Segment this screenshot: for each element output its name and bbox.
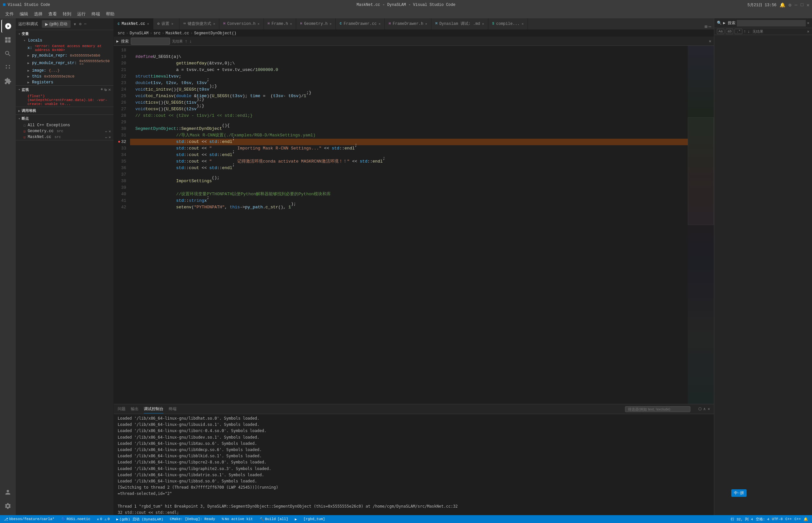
bp-edit-icon[interactable]: ✏ bbox=[105, 129, 108, 133]
tab-frame-h[interactable]: H Frame.h ✕ bbox=[264, 18, 296, 30]
status-encoding[interactable]: UTF-8 bbox=[771, 517, 784, 521]
find-input[interactable] bbox=[131, 38, 170, 45]
activity-search[interactable] bbox=[1, 47, 14, 60]
status-debug-thread[interactable]: [rgbd_tum] bbox=[302, 515, 326, 523]
find-close-btn[interactable]: ✕ bbox=[709, 39, 711, 44]
status-spaces[interactable]: 空格: 4 bbox=[754, 517, 771, 522]
bc-src2[interactable]: src bbox=[154, 31, 161, 36]
panel-tab-terminal[interactable]: 终端 bbox=[169, 405, 176, 413]
activity-account[interactable] bbox=[1, 486, 14, 499]
menu-run[interactable]: 运行 bbox=[75, 11, 88, 18]
panel-maximize-icon[interactable]: ⬡ bbox=[698, 407, 701, 412]
panel-tab-debug[interactable]: 调试控制台 bbox=[144, 405, 164, 413]
menu-file[interactable]: 文件 bbox=[3, 11, 16, 18]
match-case-icon[interactable]: Aa bbox=[717, 29, 724, 34]
checkbox-icon[interactable]: ☐ bbox=[23, 123, 26, 128]
minimap-viewport[interactable] bbox=[688, 118, 714, 225]
menu-select[interactable]: 选择 bbox=[31, 11, 45, 18]
menu-terminal[interactable]: 终端 bbox=[89, 11, 102, 18]
tab-keyboard[interactable]: ⌨ 键盘快捷方式 ✕ bbox=[180, 18, 219, 30]
tab-settings[interactable]: ⚙ 设置 ✕ bbox=[153, 18, 180, 30]
tab-close-icon8[interactable]: ✕ bbox=[425, 22, 427, 26]
settings-icon[interactable]: ⚙ bbox=[789, 2, 791, 8]
tab-close-icon9[interactable]: ✕ bbox=[482, 22, 484, 26]
start-debug-btn[interactable]: ▶ (gdb) 启动 bbox=[42, 20, 71, 28]
bc-masknet[interactable]: MaskNet.cc bbox=[165, 31, 189, 36]
bc-func[interactable]: SegmentDynObject() bbox=[194, 31, 237, 36]
bp-masknet[interactable]: ☑ MaskNet.cc src ✏ ✕ bbox=[16, 134, 113, 140]
more-tabs-icon[interactable]: ⋯ bbox=[709, 24, 711, 30]
status-cpp[interactable]: C++ bbox=[793, 517, 802, 521]
bp-geometry[interactable]: ☑ Geometry.cc src ✏ ✕ bbox=[16, 128, 113, 134]
call-stack-header[interactable]: ▶ 调用堆栈 bbox=[16, 107, 113, 114]
debug-more-icon[interactable]: ⋯ bbox=[84, 22, 86, 26]
panel-filter-input[interactable] bbox=[625, 406, 691, 412]
find-nav-down[interactable]: ↓ bbox=[189, 39, 192, 44]
close-btn[interactable]: ✕ bbox=[807, 2, 809, 8]
locals-item[interactable]: ▾ Locals bbox=[16, 38, 113, 43]
activity-extensions[interactable] bbox=[1, 75, 14, 88]
panel-close-icon[interactable]: ✕ bbox=[708, 407, 710, 412]
tab-close-icon5[interactable]: ✕ bbox=[290, 22, 292, 26]
var-py-repr-str[interactable]: ▶ py_module_repr_str: 0x5555555e5c50 "" bbox=[16, 58, 113, 68]
watch-header[interactable]: ▾ 监视 + ↻ ✕ bbox=[16, 86, 113, 93]
registers-item[interactable]: ▶ Registers bbox=[16, 79, 113, 85]
watch-item-1[interactable]: (float*)(matDepthCurrentFrame.data).18: … bbox=[16, 93, 113, 107]
notification-icon[interactable]: 🔔 bbox=[780, 2, 785, 8]
watch-remove-icon[interactable]: ✕ bbox=[108, 87, 111, 92]
nav-down-icon[interactable]: ↓ bbox=[747, 29, 750, 34]
tab-masknet-cc[interactable]: C MaskNet.cc ✕ bbox=[114, 18, 153, 30]
status-build[interactable]: 🔨 Build [all] bbox=[258, 515, 290, 523]
find-nav-up[interactable]: ↑ bbox=[185, 39, 187, 44]
bc-dynaslam[interactable]: DynaSLAM bbox=[130, 31, 149, 36]
split-editor-icon[interactable]: ⊞ bbox=[704, 24, 707, 30]
tab-close-icon4[interactable]: ✕ bbox=[258, 22, 260, 26]
var-image[interactable]: ▶ image: {...} bbox=[16, 68, 113, 74]
panel-tab-output[interactable]: 输出 bbox=[131, 405, 138, 413]
maximize-btn[interactable]: □ bbox=[800, 2, 803, 7]
var-this[interactable]: ▶ this 0x5555555e26c0 bbox=[16, 74, 113, 79]
status-no-active-kit[interactable]: % No active kit bbox=[220, 515, 254, 523]
menu-edit[interactable]: 编辑 bbox=[17, 11, 31, 18]
whole-word-icon[interactable]: ab bbox=[726, 29, 733, 34]
tab-close-icon6[interactable]: ✕ bbox=[329, 22, 332, 26]
bc-src[interactable]: src bbox=[118, 31, 125, 36]
menu-help[interactable]: 帮助 bbox=[103, 11, 117, 18]
panel-content[interactable]: Loaded '/lib/x86_64-linux-gnu/libdhat.so… bbox=[114, 414, 714, 515]
bp-all-exceptions[interactable]: ☐ All C++ Exceptions bbox=[16, 122, 113, 128]
checkbox-checked-icon[interactable]: ☑ bbox=[23, 129, 26, 133]
tab-framedrawer-h[interactable]: H FrameDrawer.h ✕ bbox=[385, 18, 432, 30]
rp-search-input[interactable] bbox=[737, 20, 806, 26]
status-line-col[interactable]: 行 32, 列 4 bbox=[729, 517, 754, 522]
tab-close-icon7[interactable]: ✕ bbox=[379, 22, 380, 26]
activity-explorer[interactable] bbox=[1, 33, 14, 47]
tab-framedrawer-cc[interactable]: C FrameDrawer.cc ✕ bbox=[336, 18, 385, 30]
status-git[interactable]: ⎇ bbesos/feature/carla* bbox=[3, 515, 56, 523]
menu-view[interactable]: 查看 bbox=[46, 11, 59, 18]
variables-header[interactable]: ▾ 变量 bbox=[16, 30, 113, 38]
checkbox-checked-icon2[interactable]: ☑ bbox=[23, 135, 26, 139]
status-play[interactable]: ▶ bbox=[294, 515, 299, 523]
activity-scm[interactable] bbox=[1, 61, 14, 74]
status-debug-session[interactable]: ▶ (gdb) 启动 (DynaSLAM) bbox=[115, 515, 165, 523]
breakpoints-header[interactable]: ▾ 断点 bbox=[16, 115, 113, 122]
debug-config-btn[interactable]: ▾ bbox=[73, 21, 76, 28]
tab-conversion-h[interactable]: H Conversion.h ✕ bbox=[219, 18, 263, 30]
tab-dynaslam-md[interactable]: M Dynaslam 调试: .md ✕ bbox=[432, 18, 488, 30]
tab-close-icon10[interactable]: ✕ bbox=[522, 22, 524, 26]
debug-settings-icon[interactable]: ⚙ bbox=[79, 22, 81, 26]
rp-close-x[interactable]: ✕ bbox=[807, 29, 809, 34]
status-language[interactable]: C++ bbox=[784, 517, 793, 521]
menu-goto[interactable]: 转到 bbox=[60, 11, 74, 18]
panel-chevron-up-icon[interactable]: ∧ bbox=[703, 407, 706, 412]
activity-debug[interactable] bbox=[1, 20, 14, 33]
bp-remove-icon[interactable]: ✕ bbox=[109, 129, 111, 133]
watch-refresh-icon[interactable]: ↻ bbox=[104, 87, 107, 92]
status-errors[interactable]: ✕ 0 ⚠ 0 bbox=[95, 515, 111, 523]
rp-close-btn[interactable]: ✕ bbox=[807, 21, 809, 25]
var-x[interactable]: x: <error: Cannot access memory at addre… bbox=[16, 43, 113, 53]
code-editor[interactable]: 18 19 20 21 22 23 24 25 26 27 28 29 30 3… bbox=[114, 46, 714, 404]
tab-compile[interactable]: $ compile... ✕ bbox=[488, 18, 528, 30]
bp-remove-icon2[interactable]: ✕ bbox=[109, 135, 111, 139]
nav-up-icon[interactable]: ↑ bbox=[744, 29, 746, 34]
